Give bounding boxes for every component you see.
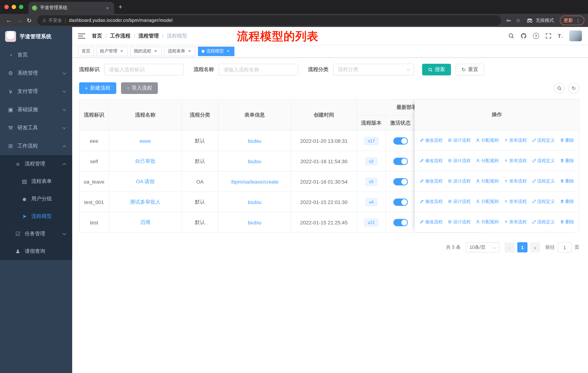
form-info-link[interactable]: biubiu xyxy=(248,220,262,225)
goto-page-input[interactable] xyxy=(558,242,572,252)
window-close-button[interactable] xyxy=(4,5,9,9)
close-icon[interactable]: × xyxy=(153,49,158,54)
refresh-table-button[interactable]: ↻ xyxy=(568,83,579,94)
window-minimize-button[interactable] xyxy=(12,5,16,9)
active-toggle[interactable] xyxy=(393,158,408,165)
active-toggle[interactable] xyxy=(393,178,408,185)
sidebar-item-leave-query[interactable]: ♟ 请假查询 xyxy=(0,242,72,260)
publish-process-link[interactable]: 发布流程 xyxy=(504,137,527,143)
modify-process-link[interactable]: 修改流程 xyxy=(420,158,443,164)
sidebar-item-task-management[interactable]: ☑ 任务管理 xyxy=(0,225,72,242)
design-process-link[interactable]: 设计流程 xyxy=(448,178,471,184)
publish-process-link[interactable]: 发布流程 xyxy=(504,199,527,205)
search-icon[interactable] xyxy=(508,33,514,39)
bookmark-star-icon[interactable]: ☆ xyxy=(514,16,523,25)
process-definition-link[interactable]: 流程定义 xyxy=(532,178,555,184)
modify-process-link[interactable]: 修改流程 xyxy=(420,199,443,205)
delete-process-link[interactable]: 删除 xyxy=(560,137,574,143)
form-info-link[interactable]: /bpm/oa/leave/create xyxy=(231,179,279,184)
modify-process-link[interactable]: 修改流程 xyxy=(420,137,443,143)
process-category-select[interactable]: 流程分类 xyxy=(333,64,414,75)
prev-page-button[interactable]: ‹ xyxy=(504,242,515,252)
breadcrumb-workflow[interactable]: 工作流程 xyxy=(110,33,130,39)
close-icon[interactable]: × xyxy=(119,49,124,54)
page-number-1[interactable]: 1 xyxy=(517,242,527,252)
delete-process-link[interactable]: 删除 xyxy=(560,199,574,205)
password-key-icon[interactable] xyxy=(504,16,514,25)
sidebar-item-process-model[interactable]: ➤ 流程模型 xyxy=(0,208,72,225)
tag-process-form[interactable]: 流程表单 × xyxy=(164,46,196,56)
form-info-link[interactable]: biubiu xyxy=(248,199,262,205)
assign-rule-link[interactable]: 分配规则 xyxy=(476,158,499,164)
breadcrumb-home[interactable]: 首页 xyxy=(92,33,102,39)
close-icon[interactable]: × xyxy=(187,49,192,54)
assign-rule-link[interactable]: 分配规则 xyxy=(476,178,499,184)
sidebar-item-home[interactable]: ◔ 首页 xyxy=(0,46,72,64)
create-process-button[interactable]: + 新建流程 xyxy=(79,82,116,94)
publish-process-link[interactable]: 发布流程 xyxy=(504,158,527,164)
breadcrumb-process-management[interactable]: 流程管理 xyxy=(138,33,159,39)
sidebar-item-user-group[interactable]: ☻ 用户分组 xyxy=(0,190,72,208)
publish-process-link[interactable]: 发布流程 xyxy=(504,219,527,225)
design-process-link[interactable]: 设计流程 xyxy=(448,219,471,225)
fullscreen-icon[interactable] xyxy=(545,33,552,39)
sidebar-item-workflow[interactable]: ⊞ 工作流程 xyxy=(0,137,72,155)
address-bar[interactable]: ⚠ 不安全 dashboard.yudao.iocoder.cn/bpm/man… xyxy=(37,15,501,26)
process-name-link[interactable]: 测试多审批人 xyxy=(130,199,161,204)
design-process-link[interactable]: 设计流程 xyxy=(448,158,471,164)
toggle-search-button[interactable] xyxy=(554,83,565,94)
tag-process-model[interactable]: 流程模型 × xyxy=(198,46,234,56)
new-tab-button[interactable]: + xyxy=(118,3,122,11)
chrome-update-button[interactable]: 更新 ⋮ xyxy=(560,16,584,25)
back-button[interactable]: ← xyxy=(4,15,14,26)
delete-process-link[interactable]: 删除 xyxy=(560,178,574,184)
import-process-button[interactable]: ↑ 导入流程 xyxy=(121,82,158,94)
sidebar-item-process-management[interactable]: ≡ 流程管理 xyxy=(0,155,72,173)
tag-home[interactable]: 首页 xyxy=(78,46,94,56)
sidebar-item-devtools[interactable]: ⚒ 研发工具 xyxy=(0,119,72,137)
browser-tab[interactable]: 芋道管理系统 × xyxy=(28,2,114,14)
sidebar-item-payment[interactable]: ¥ 支付管理 xyxy=(0,82,72,101)
process-definition-link[interactable]: 流程定义 xyxy=(532,199,555,205)
sidebar-item-system[interactable]: ⚙ 系统管理 xyxy=(0,64,72,82)
github-icon[interactable] xyxy=(521,33,527,39)
modify-process-link[interactable]: 修改流程 xyxy=(420,219,443,225)
next-page-button[interactable]: › xyxy=(530,242,540,252)
form-info-link[interactable]: biubiu xyxy=(248,138,262,144)
active-toggle[interactable] xyxy=(393,137,408,144)
search-button[interactable]: 搜索 xyxy=(422,64,451,75)
sidebar-item-infrastructure[interactable]: ▣ 基础设施 xyxy=(0,101,72,119)
process-definition-link[interactable]: 流程定义 xyxy=(532,137,555,143)
delete-process-link[interactable]: 删除 xyxy=(560,158,574,164)
assign-rule-link[interactable]: 分配规则 xyxy=(476,219,499,225)
assign-rule-link[interactable]: 分配规则 xyxy=(476,137,499,143)
process-name-link[interactable]: 自己审批 xyxy=(135,158,156,164)
process-key-input[interactable] xyxy=(104,64,184,75)
help-icon[interactable]: ? xyxy=(533,33,539,39)
modify-process-link[interactable]: 修改流程 xyxy=(420,178,443,184)
assign-rule-link[interactable]: 分配规则 xyxy=(476,199,499,205)
tab-close-icon[interactable]: × xyxy=(105,5,110,11)
delete-process-link[interactable]: 删除 xyxy=(560,219,574,225)
form-info-link[interactable]: biubiu xyxy=(248,158,262,164)
publish-process-link[interactable]: 发布流程 xyxy=(504,178,527,184)
sidebar-item-process-form[interactable]: ▤ 流程表单 xyxy=(0,173,72,190)
font-size-icon[interactable]: T↕ xyxy=(558,33,563,39)
tag-my-process[interactable]: 我的流程 × xyxy=(130,46,162,56)
tag-tenant[interactable]: 租户管理 × xyxy=(96,46,128,56)
process-name-link[interactable]: 滔博 xyxy=(140,219,150,225)
design-process-link[interactable]: 设计流程 xyxy=(448,199,471,205)
browser-menu-icon[interactable]: ⋮ xyxy=(576,18,580,23)
user-avatar[interactable] xyxy=(569,30,582,41)
reload-button[interactable]: ↻ xyxy=(24,15,34,26)
window-zoom-button[interactable] xyxy=(19,5,23,9)
process-name-link[interactable]: OA 请假 xyxy=(136,178,155,184)
forward-button[interactable]: → xyxy=(14,15,24,26)
reset-button[interactable]: ↻ 重置 xyxy=(456,64,484,75)
process-definition-link[interactable]: 流程定义 xyxy=(532,219,555,225)
collapse-menu-icon[interactable] xyxy=(78,33,85,39)
active-toggle[interactable] xyxy=(393,219,408,226)
page-size-select[interactable]: 10条/页 xyxy=(466,242,499,252)
active-toggle[interactable] xyxy=(393,198,408,206)
close-icon[interactable]: × xyxy=(226,49,231,54)
